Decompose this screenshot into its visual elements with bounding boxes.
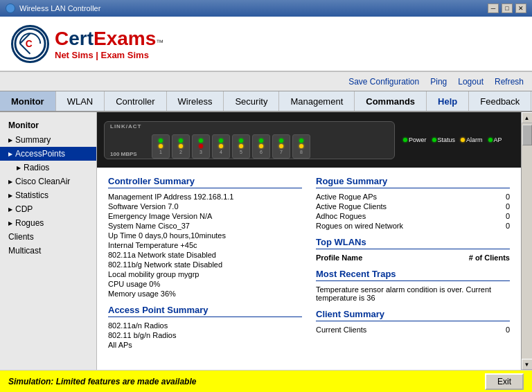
- logo-cert: C: [55, 28, 69, 50]
- ap-link-label: LINK/ACT: [110, 123, 141, 130]
- arrow-icon: ▶: [8, 137, 12, 143]
- minimize-button[interactable]: ─: [488, 3, 499, 13]
- ping-link[interactable]: Ping: [430, 77, 447, 87]
- ap-port-7: 7: [272, 134, 290, 159]
- controller-summary-title: Controller Summary: [108, 176, 302, 188]
- maximize-button[interactable]: □: [502, 3, 513, 13]
- sidebar-label-cleanair: Cisco CleanAir: [15, 177, 70, 186]
- right-col: Rogue Summary Active Rogue APs0 Active R…: [316, 176, 510, 350]
- cs-line-9: Local mobility group mygrp: [108, 270, 302, 278]
- nav-monitor[interactable]: Monitor: [0, 91, 56, 111]
- led-green-7: [279, 139, 283, 143]
- sidebar-label-accesspoints: AccessPoints: [15, 149, 65, 159]
- sidebar-item-radios[interactable]: ▶ Radios: [0, 161, 96, 175]
- nav-feedback[interactable]: Feedback: [469, 91, 531, 111]
- rogue-summary-title: Rogue Summary: [316, 176, 510, 188]
- exit-button[interactable]: Exit: [485, 373, 524, 390]
- led-green-5: [239, 139, 243, 143]
- top-wlans-header: Profile Name # of Clients: [316, 253, 510, 262]
- traps-text: Temperature sensor alarm condition is ov…: [316, 285, 510, 302]
- save-config-link[interactable]: Save Configuration: [348, 77, 419, 87]
- main-nav: Monitor WLAN Controller Wireless Securit…: [0, 91, 532, 112]
- sidebar-item-cdp[interactable]: ▶ CDP: [0, 202, 96, 216]
- sidebar-label-cdp: CDP: [15, 204, 33, 214]
- controller-summary-section: Controller Summary Management IP Address…: [108, 176, 302, 350]
- nav-controller[interactable]: Controller: [105, 91, 166, 111]
- led-yellow-8: [299, 144, 303, 148]
- ap-visual: LINK/ACT 100 MBPS 1 2: [97, 112, 521, 168]
- sidebar-label-rogues: Rogues: [15, 218, 44, 228]
- access-point-summary-title: Access Point Summary: [108, 305, 302, 317]
- rogue-active-clients: Active Rogue Clients0: [316, 202, 510, 211]
- sidebar-item-rogues[interactable]: ▶ Rogues: [0, 216, 96, 230]
- nav-commands[interactable]: Commands: [355, 91, 427, 111]
- logo-tagline: Net Sims | Exam Sims: [55, 50, 163, 60]
- sidebar-label-radios: Radios: [24, 163, 49, 172]
- content-area: Monitor ▶ Summary ▶ AccessPoints ▶ Radio…: [0, 112, 532, 370]
- ap-port-4: 4: [212, 134, 230, 159]
- sidebar-item-statistics[interactable]: ▶ Statistics: [0, 188, 96, 202]
- arrow-icon: ▶: [8, 151, 12, 157]
- scrollbar[interactable]: ▲ ▼: [521, 112, 532, 370]
- sidebar: Monitor ▶ Summary ▶ AccessPoints ▶ Radio…: [0, 112, 97, 370]
- sidebar-item-accesspoints[interactable]: ▶ AccessPoints: [0, 147, 96, 161]
- svg-text:C: C: [26, 39, 33, 49]
- nav-wireless[interactable]: Wireless: [167, 91, 224, 111]
- sidebar-item-summary[interactable]: ▶ Summary: [0, 133, 96, 147]
- cs-line-6: Internal Temperature +45c: [108, 241, 302, 249]
- ap-port-6: 6: [252, 134, 270, 159]
- title-bar: Wireless LAN Controller ─ □ ✕: [0, 0, 532, 17]
- sidebar-label-summary: Summary: [15, 135, 51, 145]
- ap-port-2: 2: [172, 134, 190, 159]
- traps-title: Most Recent Traps: [316, 269, 510, 281]
- cs-line-5: Up Time 0 days,0 hours,10minutes: [108, 231, 302, 240]
- logo-text: C ert Exams ™ Net Sims | Exam Sims: [55, 28, 163, 60]
- sidebar-label-statistics: Statistics: [15, 190, 48, 200]
- led-green-2: [179, 139, 183, 143]
- main-panel: LINK/ACT 100 MBPS 1 2: [97, 112, 521, 370]
- ap-device: LINK/ACT 100 MBPS 1 2: [104, 121, 395, 159]
- sidebar-label-clients: Clients: [8, 232, 34, 242]
- led-green-6: [259, 139, 263, 143]
- nav-wlan[interactable]: WLAN: [56, 91, 105, 111]
- sidebar-item-cleanair[interactable]: ▶ Cisco CleanAir: [0, 175, 96, 188]
- refresh-link[interactable]: Refresh: [495, 77, 524, 87]
- sidebar-label-multicast: Multicast: [8, 246, 41, 256]
- rogue-wired: Rogues on wired Network0: [316, 222, 510, 230]
- nav-security[interactable]: Security: [224, 91, 279, 111]
- nav-management[interactable]: Management: [279, 91, 355, 111]
- sidebar-item-multicast[interactable]: Multicast: [0, 244, 96, 258]
- nav-help[interactable]: Help: [427, 91, 469, 111]
- logo-ert: ert: [69, 28, 94, 50]
- ap-port-8: 8: [292, 134, 310, 159]
- cs-line-2: Software Version 7.0: [108, 202, 302, 211]
- led-green-3: [199, 139, 203, 143]
- led-yellow-7: [279, 144, 283, 148]
- arrow-icon: ▶: [17, 165, 21, 171]
- client-summary-title: Client Summary: [316, 309, 510, 321]
- led-green-4: [219, 139, 223, 143]
- ap-radios-a: 802.11a/n Radios: [108, 321, 302, 330]
- led-green-8: [299, 139, 303, 143]
- rogue-active-aps: Active Rogue APs0: [316, 193, 510, 201]
- title-bar-text: Wireless LAN Controller: [19, 4, 100, 12]
- sidebar-item-clients[interactable]: Clients: [0, 230, 96, 244]
- arrow-icon: ▶: [8, 220, 12, 226]
- legend-status: Status: [432, 136, 456, 143]
- cs-line-10: CPU usage 0%: [108, 280, 302, 288]
- led-red-3: [199, 144, 203, 148]
- bottom-bar: Simulation: Limited features are made av…: [0, 370, 532, 392]
- legend-alarm: Alarm: [461, 136, 483, 143]
- close-button[interactable]: ✕: [515, 3, 526, 13]
- scroll-up-button[interactable]: ▲: [522, 112, 533, 123]
- logo-tm: ™: [156, 38, 163, 46]
- cs-line-3: Emergency Image Version N/A: [108, 212, 302, 220]
- scroll-thumb[interactable]: [522, 125, 532, 145]
- logout-link[interactable]: Logout: [458, 77, 484, 87]
- logo-area: C C ert Exams ™ Net Sims | Exam Sims: [0, 17, 532, 72]
- led-yellow-2: [179, 144, 183, 148]
- ap-port-3: 3: [192, 134, 210, 159]
- scroll-down-button[interactable]: ▼: [522, 359, 533, 370]
- cs-line-1: Management IP Address 192.168.1.1: [108, 193, 302, 201]
- logo-icon: C: [11, 25, 49, 63]
